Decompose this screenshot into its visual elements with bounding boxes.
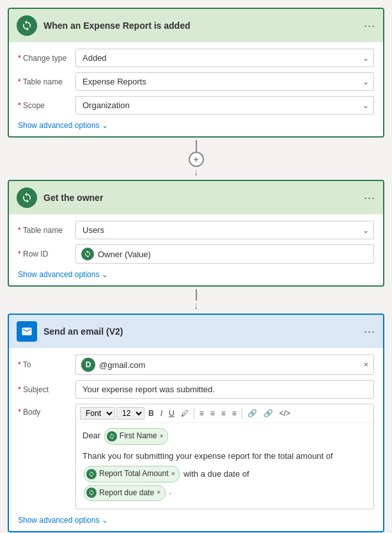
action1-field-tablename: Table name Users ⌄ [18, 221, 374, 239]
action1-card: Get the owner ··· Table name Users ⌄ Row… [8, 180, 384, 287]
connector-2: ↓ [8, 289, 384, 311]
firstname-token[interactable]: First Name × [104, 428, 168, 445]
report-due-token[interactable]: Report due date × [84, 485, 166, 502]
trigger-title: When an Expense Report is added [43, 20, 364, 31]
trigger-control-changetype[interactable]: Added ⌄ [75, 49, 374, 67]
action1-control-tablename[interactable]: Users ⌄ [75, 221, 374, 239]
action2-body-editor[interactable]: Font 12 B I U 🖊 ≡ ≡ ≡ ≡ [75, 404, 374, 509]
trigger-field-changetype: Change type Added ⌄ [18, 49, 374, 67]
email-icon [21, 326, 33, 337]
report-total-token[interactable]: Report Total Amount × [84, 466, 180, 482]
thank-line: Thank you for submitting your expense re… [82, 449, 367, 463]
trigger-menu[interactable]: ··· [364, 19, 375, 33]
circular-arrows-icon [21, 192, 33, 203]
italic-button[interactable]: I [158, 408, 165, 419]
to-avatar: D [81, 358, 95, 372]
token-table-icon-3 [88, 489, 95, 496]
action2-card: Send an email (V2) ··· To D @gmail.com ×… [8, 314, 384, 532]
action1-dropdown-tablename[interactable]: Users ⌄ [75, 221, 374, 239]
action1-title: Get the owner [43, 193, 364, 203]
circular-arrows-icon [21, 20, 33, 31]
action1-field-rowid: Row ID Owner (Value) [18, 244, 374, 264]
trigger-field-scope: Scope Organization ⌄ [18, 96, 374, 115]
connector-1: + ↓ [8, 140, 384, 177]
action1-header: Get the owner ··· [9, 181, 383, 214]
action2-label-body: Body [18, 404, 75, 417]
add-step-button[interactable]: + [189, 152, 204, 167]
arrow-down-icon: ↓ [194, 167, 199, 177]
action2-to-box[interactable]: D @gmail.com × [75, 354, 374, 375]
action2-field-to: To D @gmail.com × [18, 354, 374, 375]
body-toolbar: Font 12 B I U 🖊 ≡ ≡ ≡ ≡ [76, 404, 373, 423]
trigger-dropdown-tablename[interactable]: Expense Reports ⌄ [75, 72, 374, 91]
trigger-control-scope[interactable]: Organization ⌄ [75, 96, 374, 115]
chevron-down-icon-action2: ⌄ [102, 516, 108, 525]
bold-button[interactable]: B [146, 408, 157, 419]
token-table-icon-2 [88, 471, 95, 477]
action2-field-body: Body Font 12 B I U 🖊 [18, 404, 374, 509]
to-email-text: @gmail.com [99, 360, 360, 370]
link-icon[interactable]: 🔗 [245, 408, 260, 419]
align-right-icon[interactable]: ≡ [230, 408, 239, 419]
action2-subject-box[interactable]: Your expense report was submitted. [75, 380, 374, 399]
action1-label-rowid: Row ID [18, 250, 75, 259]
action1-control-rowid[interactable]: Owner (Value) [75, 244, 374, 264]
action1-rowid-box[interactable]: Owner (Value) [75, 244, 374, 264]
table-icon [84, 250, 91, 258]
underline-button[interactable]: U [166, 408, 177, 419]
firstname-token-remove[interactable]: × [159, 430, 163, 443]
list-ordered-icon[interactable]: ≡ [208, 408, 217, 419]
trigger-label-changetype: Change type [18, 54, 75, 63]
token-table-icon [109, 433, 115, 440]
action2-control-subject[interactable]: Your expense report was submitted. [75, 380, 374, 399]
chevron-down-icon: ⌄ [363, 226, 369, 235]
trigger-icon [17, 15, 37, 36]
trigger-label-scope: Scope [18, 101, 75, 110]
pen-icon[interactable]: 🖊 [178, 408, 191, 419]
unlink-icon[interactable]: 🔗 [261, 408, 276, 419]
action1-label-tablename: Table name [18, 226, 75, 235]
dear-line: Dear First Name × [82, 428, 367, 445]
trigger-advanced-toggle[interactable]: Show advanced options ⌄ [18, 120, 374, 131]
list-unordered-icon[interactable]: ≡ [197, 408, 207, 419]
chevron-down-icon: ⌄ [363, 54, 369, 63]
report-total-token-remove[interactable]: × [171, 468, 175, 481]
action2-body: To D @gmail.com × Subject Your expense r… [9, 348, 383, 531]
action2-control-body[interactable]: Font 12 B I U 🖊 ≡ ≡ ≡ ≡ [75, 404, 374, 509]
font-selector[interactable]: Font [80, 407, 115, 420]
token-icon-2 [86, 469, 97, 479]
toolbar-divider-1 [194, 408, 194, 418]
trigger-dropdown-scope[interactable]: Organization ⌄ [75, 96, 374, 115]
token-icon-3 [86, 488, 97, 498]
action2-label-to: To [18, 360, 75, 369]
owner-token-icon [81, 248, 94, 260]
action1-advanced-toggle[interactable]: Show advanced options ⌄ [18, 269, 374, 280]
action2-field-subject: Subject Your expense report was submitte… [18, 380, 374, 399]
action2-control-to[interactable]: D @gmail.com × [75, 354, 374, 375]
to-remove-button[interactable]: × [364, 360, 368, 369]
total-token-line: Report Total Amount × with a due date of [82, 466, 367, 482]
action1-menu[interactable]: ··· [364, 191, 375, 205]
action1-icon [17, 187, 37, 208]
chevron-down-icon: ⌄ [363, 101, 369, 110]
token-icon [107, 431, 117, 442]
action2-header: Send an email (V2) ··· [9, 315, 383, 348]
trigger-control-tablename[interactable]: Expense Reports ⌄ [75, 72, 374, 91]
code-icon[interactable]: </> [277, 408, 293, 419]
report-due-token-remove[interactable]: × [157, 486, 161, 499]
chevron-down-icon: ⌄ [102, 270, 108, 279]
body-content[interactable]: Dear First Name × [76, 423, 373, 509]
chevron-down-icon: ⌄ [102, 121, 108, 130]
trigger-field-tablename: Table name Expense Reports ⌄ [18, 72, 374, 91]
connector-line [196, 140, 197, 152]
toolbar-divider-2 [242, 408, 242, 418]
action2-menu[interactable]: ··· [364, 325, 375, 338]
font-size-selector[interactable]: 12 [116, 407, 145, 420]
action2-icon [17, 321, 37, 342]
action2-advanced-toggle[interactable]: Show advanced options ⌄ [18, 514, 374, 526]
arrow-down-icon-2: ↓ [194, 301, 199, 311]
trigger-dropdown-changetype[interactable]: Added ⌄ [75, 49, 374, 67]
align-left-icon[interactable]: ≡ [219, 408, 228, 419]
chevron-down-icon: ⌄ [363, 77, 369, 86]
trigger-body: Change type Added ⌄ Table name Expense R… [9, 42, 383, 136]
